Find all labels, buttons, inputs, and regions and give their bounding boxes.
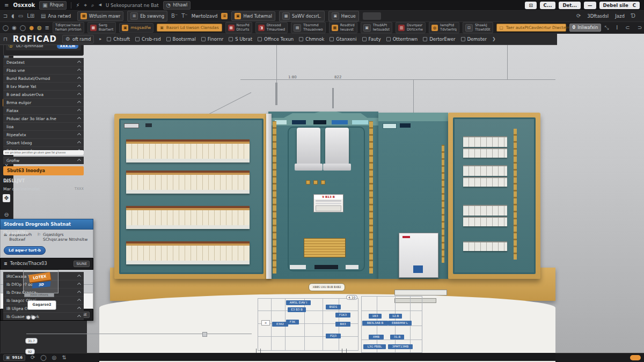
back-icon[interactable]: ◀ xyxy=(99,3,101,7)
center-bay[interactable]: 9 B13 B xyxy=(268,112,378,279)
window-icon-button[interactable]: ⊡ xyxy=(525,2,536,9)
menu-item-1[interactable]: Crsb-rsd xyxy=(135,36,161,42)
d-icon[interactable]: Ɗ xyxy=(631,13,635,19)
view-3d-label[interactable]: 3Dftasdsl xyxy=(587,13,609,19)
accordion-row[interactable]: Rtpeafxtx xyxy=(3,130,84,138)
guide-handle[interactable] xyxy=(202,332,207,337)
refresh-status-icon[interactable]: ⟳ xyxy=(31,355,35,360)
window-minimize-button[interactable]: — xyxy=(584,2,596,9)
cursor-icon[interactable]: ⌖ xyxy=(84,3,87,8)
swrg-button[interactable]: ▦ SwrgBsartwrt xyxy=(87,22,116,33)
accordion-row[interactable]: Bund Radutxt/Ovrnod xyxy=(3,74,84,82)
rhque-button[interactable]: ▣ Rhque xyxy=(39,1,67,10)
mwrtolzavd-label[interactable]: Mwrtolzavd xyxy=(192,13,218,19)
hwcue-button[interactable]: ▣ Hwcue xyxy=(328,11,359,21)
accordion-row[interactable]: Deoxtext xyxy=(3,58,84,66)
node-tool-icon[interactable]: ❖ xyxy=(3,194,10,202)
orange-dot-icon[interactable]: ● xyxy=(29,25,34,31)
menu-item-4[interactable]: S Ubrat xyxy=(229,36,252,42)
text-icon[interactable]: T⁻ xyxy=(181,13,187,19)
accordion-row[interactable]: Ptduac dar 3o litlar a.fne xyxy=(3,114,84,122)
handle-dot-1[interactable] xyxy=(26,315,31,320)
swwvng-button[interactable]: ⊞ Eb swwvng xyxy=(127,11,167,21)
menu-item-5[interactable]: Offnce Texun xyxy=(258,36,294,42)
mar-header[interactable]: Mar doo'lnelmofatTXXX xyxy=(3,187,84,191)
circle-status-icon[interactable]: ◯ xyxy=(40,355,46,360)
accordion-row[interactable]: B txv Mane Yat xyxy=(3,82,84,90)
cabinet-left-door[interactable] xyxy=(114,114,268,279)
menu-item-9[interactable]: Otterrtnwn xyxy=(386,36,418,42)
expand-arrow-icon[interactable]: ▸ xyxy=(99,37,101,41)
zoom-indicator[interactable]: ▣ 9916 xyxy=(3,354,25,361)
bulb-icon[interactable]: ◍ xyxy=(37,25,42,31)
msgsadfw-button[interactable]: ▣ msgsadfw xyxy=(119,23,153,33)
center-bay-right[interactable] xyxy=(378,113,448,279)
tool-button-5[interactable]: ▣ThsdAPtIwtsuadst xyxy=(361,22,392,33)
warning-icon[interactable]: ≣ xyxy=(221,13,228,19)
circle-tool-icon[interactable]: ◯ xyxy=(3,25,9,31)
window-det-button[interactable]: Det... xyxy=(559,2,581,9)
mini-toolbar[interactable]: xxx gm.bOux percdllxn gn.ubxm gawcTat g'… xyxy=(3,150,84,155)
app-menu-icon[interactable]: ≡ xyxy=(4,3,9,8)
window-c-button[interactable]: C... xyxy=(540,2,556,9)
frame-icon[interactable]: ▭ xyxy=(18,13,23,19)
file-settings-button[interactable]: ⚙ oft ramd xyxy=(62,35,94,43)
arc-left-icon[interactable]: ⊂ xyxy=(625,25,630,31)
modify-button[interactable]: Sbut63 Inoodya xyxy=(3,166,84,175)
logo-card[interactable]: LOTEX 3D xyxy=(23,270,58,293)
menu-item-3[interactable]: Finornr xyxy=(201,36,223,42)
options-row[interactable]: Ib Guaoe palbvk xyxy=(3,312,84,320)
drawing-canvas[interactable]: 1:80 822 XBBS UXU BUB BXB2 xyxy=(13,45,557,362)
layout-icon[interactable]: L⊞ xyxy=(27,13,34,19)
refresh-icon[interactable]: ⟳ xyxy=(576,13,581,19)
ana-button[interactable]: ▤ Ana rwtwd xyxy=(38,12,74,20)
command-input[interactable]: ▢Taer autxPtCavdecrtur Diwcternta xyxy=(496,24,566,32)
tool-button-8[interactable]: ⊡ShswkJTtswtd0t xyxy=(463,22,493,33)
arc-right-icon[interactable]: ⊃ xyxy=(638,25,642,31)
target-tool-icon[interactable]: ◉ xyxy=(12,25,17,31)
bold-icon[interactable]: B⁻ xyxy=(171,13,178,19)
dimension-icon[interactable]: Ⅰ xyxy=(616,25,618,31)
handle-dot-2[interactable] xyxy=(31,315,35,320)
tool-button-1[interactable]: ▦NesxPdDtcurts xyxy=(225,22,252,33)
ring-tool-icon[interactable]: ◯ xyxy=(20,25,26,31)
menu-item-7[interactable]: Gtanxeni xyxy=(330,36,356,42)
accordion-row[interactable]: Brma eulgor xyxy=(3,98,84,106)
menu-item-0[interactable]: Chtsuft xyxy=(107,36,130,42)
menu-item-2[interactable]: Bootsrmal xyxy=(166,36,196,42)
grofiw-row[interactable]: Grofiw xyxy=(3,157,84,164)
instruction-button[interactable]: Tdlqrcsw'rwvdfwman jrrtrtion xyxy=(53,22,84,33)
search-input[interactable]: U Sekeopuranat ne Bat xyxy=(106,3,158,8)
canvas-white-button[interactable]: Gagarso2 xyxy=(27,300,56,310)
wtfusim-button[interactable]: ▦ Wtfusim mawr xyxy=(77,11,123,21)
updown-status-icon[interactable]: ⇅ xyxy=(62,355,66,360)
hwd-tutorial-button[interactable]: ▣ Hwd Tutwmal xyxy=(231,11,275,21)
history-button[interactable]: ◔ hthawl xyxy=(163,1,191,10)
notification-counter[interactable]: 0Inliwafxin xyxy=(569,24,602,32)
accordion-row[interactable]: B oead abuserOva xyxy=(3,90,84,98)
tool-button-2[interactable]: ◨DtexsodTmaurowd xyxy=(255,22,288,33)
bolt-icon[interactable]: ⚡ xyxy=(76,3,79,8)
list-icon[interactable]: ≣ xyxy=(45,25,49,31)
status-orange-pill[interactable] xyxy=(630,355,641,360)
tool-button-4[interactable]: ▦ResdtVdIwuavst xyxy=(329,22,357,33)
accordion-row[interactable]: Fbao vne xyxy=(3,66,84,74)
rotate-icon[interactable]: ⤡ xyxy=(604,25,609,31)
menu-item-11[interactable]: Demster xyxy=(461,36,487,42)
detail-scale-button[interactable]: Debel sileC xyxy=(599,2,640,9)
orbit-icon[interactable]: ◖ xyxy=(11,13,14,19)
canvas-bottom-strip[interactable] xyxy=(99,353,555,361)
menu-item-10[interactable]: DertorEwer xyxy=(423,36,455,42)
pan-icon[interactable]: ⊐ xyxy=(3,13,8,19)
subtract-tool-icon[interactable]: ⊖ xyxy=(4,212,9,218)
search-icon[interactable]: ⌕ xyxy=(91,3,94,8)
target-status-icon[interactable]: ◎ xyxy=(52,355,57,360)
save-special-button[interactable]: ▩ SaWV decsrL. xyxy=(279,11,325,21)
tool-button-7[interactable]: ◍IwnqPtdTdvtwrlrq xyxy=(429,22,459,33)
jazd-label[interactable]: Jazd xyxy=(615,13,625,19)
accordion-row[interactable]: Shoart ldxog xyxy=(3,138,84,146)
cabinet-right-door[interactable] xyxy=(448,113,540,279)
window-icon[interactable]: ⊓ xyxy=(3,36,8,42)
accordion-row[interactable]: Fiatax xyxy=(3,106,84,114)
accordion-row[interactable]: lioa xyxy=(3,122,84,130)
